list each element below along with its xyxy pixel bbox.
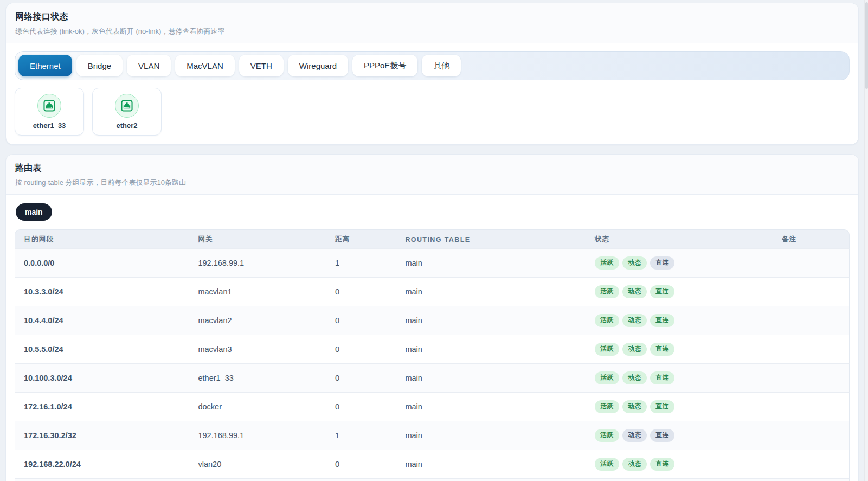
route-distance: 0 [329, 335, 398, 363]
route-routing-table: main [398, 306, 588, 335]
ethernet-port-icon [120, 99, 134, 113]
status-badge-active: 活跃 [595, 343, 619, 356]
interface-card-ether1_33[interactable]: ether1_33 [15, 88, 84, 136]
route-row: 192.168.22.0/24vlan200main活跃动态直连 [15, 450, 850, 478]
route-gateway: macvlan1 [191, 277, 329, 306]
tab-ethernet[interactable]: Ethernet [18, 55, 72, 76]
tab-bridge[interactable]: Bridge [76, 55, 123, 76]
interfaces-card-body: EthernetBridgeVLANMacVLANVETHWireguardPP… [6, 43, 858, 144]
header-routing-table: ROUTING TABLE [398, 229, 588, 248]
routes-card-header: 路由表 按 routing-table 分组显示，目前每个表仅显示10条路由 [6, 155, 858, 195]
route-note [775, 248, 850, 277]
interface-name: ether2 [116, 121, 137, 130]
route-row: 10.4.4.0/24macvlan20main活跃动态直连 [15, 306, 850, 335]
tab-pppoe拨号[interactable]: PPPoE拨号 [352, 55, 417, 76]
status-badge-connected: 直连 [650, 371, 674, 384]
route-routing-table: main [398, 248, 588, 277]
tab-veth[interactable]: VETH [239, 55, 284, 76]
ethernet-port-icon [42, 99, 56, 113]
route-gateway: macvlan3 [191, 335, 329, 363]
status-badge-active: 活跃 [595, 458, 619, 471]
route-routing-table: main [398, 450, 588, 478]
status-badge-active: 活跃 [595, 256, 619, 270]
status-badge-dynamic: 动态 [622, 343, 647, 356]
route-status: 活跃动态直连 [588, 335, 775, 363]
routing-table-card: 路由表 按 routing-table 分组显示，目前每个表仅显示10条路由 m… [5, 154, 859, 481]
route-distance: 0 [329, 277, 398, 306]
status-badge-dynamic: 动态 [622, 371, 647, 384]
route-status: 活跃动态直连 [588, 277, 775, 306]
route-note [775, 450, 850, 478]
route-destination: 172.16.1.0/24 [15, 392, 191, 421]
interfaces-subtitle: 绿色代表连接 (link-ok)，灰色代表断开 (no-link)，悬停查看协商… [15, 27, 847, 36]
route-routing-table: main [398, 335, 588, 363]
header-gateway: 网关 [191, 229, 329, 248]
status-badge-connected: 直连 [650, 429, 674, 442]
route-gateway: ether1_33 [191, 363, 329, 392]
route-distance: 1 [329, 421, 398, 450]
status-badge-connected: 直连 [650, 400, 674, 413]
header-distance: 距离 [329, 229, 398, 248]
tab-vlan[interactable]: VLAN [127, 55, 171, 76]
status-badge-dynamic: 动态 [622, 314, 647, 327]
route-destination: 0.0.0.0/0 [15, 248, 191, 277]
scrollbar-thumb[interactable] [865, 2, 868, 89]
interface-card-ether2[interactable]: ether2 [92, 88, 162, 136]
route-destination: 10.100.3.0/24 [15, 363, 191, 392]
route-gateway: 192.168.99.1 [191, 421, 329, 450]
route-distance: 0 [329, 306, 398, 335]
route-status: 活跃动态直连 [588, 478, 775, 481]
route-destination: 10.4.4.0/24 [15, 306, 191, 335]
route-note [775, 392, 850, 421]
route-distance: 0 [329, 478, 398, 481]
route-distance: 0 [329, 392, 398, 421]
route-destination: 10.5.5.0/24 [15, 335, 191, 363]
tab-wireguard[interactable]: Wireguard [288, 55, 348, 76]
network-interfaces-card: 网络接口状态 绿色代表连接 (link-ok)，灰色代表断开 (no-link)… [5, 3, 859, 145]
interfaces-card-header: 网络接口状态 绿色代表连接 (link-ok)，灰色代表断开 (no-link)… [6, 3, 858, 43]
route-row: 192.168.99.0/24ether1_330main活跃动态直连 [15, 478, 850, 481]
routes-table: 目的网段 网关 距离 ROUTING TABLE 状态 备注 0.0.0.0/0… [15, 229, 850, 481]
route-row: 10.5.5.0/24macvlan30main活跃动态直连 [15, 335, 850, 363]
link-ok-indicator [37, 94, 61, 118]
route-routing-table: main [398, 277, 588, 306]
vertical-scrollbar[interactable] [864, 0, 868, 481]
status-badge-active: 活跃 [595, 400, 619, 413]
status-badge-dynamic: 动态 [622, 256, 647, 270]
header-destination: 目的网段 [15, 229, 191, 248]
route-row: 10.100.3.0/24ether1_330main活跃动态直连 [15, 363, 850, 392]
status-badge-active: 活跃 [595, 429, 619, 442]
tab-macvlan[interactable]: MacVLAN [175, 55, 235, 76]
routing-table-group-pill[interactable]: main [16, 203, 52, 221]
route-gateway: ether1_33 [191, 478, 329, 481]
status-badge-dynamic: 动态 [622, 458, 647, 471]
route-note [775, 277, 850, 306]
route-routing-table: main [398, 421, 588, 450]
route-status: 活跃动态直连 [588, 306, 775, 335]
route-note [775, 421, 850, 450]
route-destination: 192.168.99.0/24 [15, 478, 191, 481]
status-badge-active: 活跃 [595, 285, 619, 298]
route-destination: 10.3.3.0/24 [15, 277, 191, 306]
interface-name: ether1_33 [33, 121, 66, 130]
interfaces-title: 网络接口状态 [15, 11, 847, 23]
tab-其他[interactable]: 其他 [422, 55, 461, 76]
route-routing-table: main [398, 392, 588, 421]
route-destination: 192.168.22.0/24 [15, 450, 191, 478]
route-row: 10.3.3.0/24macvlan10main活跃动态直连 [15, 277, 850, 306]
route-status: 活跃动态直连 [588, 248, 775, 277]
route-note [775, 306, 850, 335]
routes-title: 路由表 [15, 163, 847, 174]
route-gateway: docker [191, 392, 329, 421]
route-routing-table: main [398, 478, 588, 481]
status-badge-active: 活跃 [595, 314, 619, 327]
route-note [775, 478, 850, 481]
interface-type-tabs: EthernetBridgeVLANMacVLANVETHWireguardPP… [15, 51, 850, 80]
route-distance: 1 [329, 248, 398, 277]
route-status: 活跃动态直连 [588, 421, 775, 450]
interface-grid: ether1_33ether2 [15, 88, 850, 136]
status-badge-connected: 直连 [650, 343, 674, 356]
route-distance: 0 [329, 450, 398, 478]
status-badge-connected: 直连 [650, 314, 674, 327]
status-badge-dynamic: 动态 [622, 429, 647, 442]
